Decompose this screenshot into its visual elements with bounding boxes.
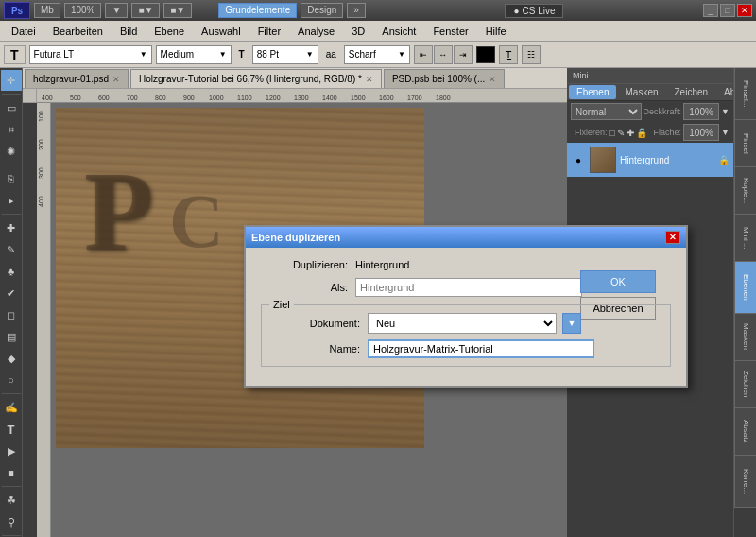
dialog-duplicate-value: Hintergrund: [355, 259, 409, 270]
dialog-dokument-label: Dokument:: [273, 318, 368, 329]
dialog-body: OK Abbrechen Duplizieren: Hintergrund Al…: [246, 248, 686, 386]
duplicate-layer-dialog: Ebene duplizieren ✕ OK Abbrechen Duplizi…: [244, 225, 688, 388]
dialog-duplicate-row: Duplizieren: Hintergrund: [261, 259, 671, 270]
dialog-name-label: Name:: [273, 343, 368, 355]
dialog-ziel-label: Ziel: [269, 299, 294, 310]
dialog-duplicate-label: Duplizieren:: [261, 259, 355, 270]
dialog-close-btn[interactable]: ✕: [665, 231, 680, 244]
dialog-dokument-row: Dokument: Neu ▼: [273, 313, 659, 334]
dialog-name-row: Name:: [273, 339, 659, 358]
dialog-name-input[interactable]: [368, 339, 594, 358]
dialog-ok-btn[interactable]: OK: [580, 270, 656, 293]
dialog-dokument-arrow[interactable]: ▼: [562, 313, 581, 334]
dialog-inner: OK Abbrechen Duplizieren: Hintergrund Al…: [261, 259, 671, 367]
dialog-als-label: Als:: [261, 282, 355, 293]
dialog-title-bar: Ebene duplizieren ✕: [246, 227, 686, 248]
dialog-title-text: Ebene duplizieren: [251, 232, 340, 243]
dialog-ziel-group: Ziel Dokument: Neu ▼ Name:: [261, 304, 671, 367]
dialog-dokument-select[interactable]: Neu: [368, 313, 557, 334]
dialog-als-input[interactable]: [355, 278, 582, 297]
dialog-overlay: Ebene duplizieren ✕ OK Abbrechen Duplizi…: [0, 0, 756, 537]
dialog-dokument-select-wrap: Neu ▼: [368, 313, 581, 334]
